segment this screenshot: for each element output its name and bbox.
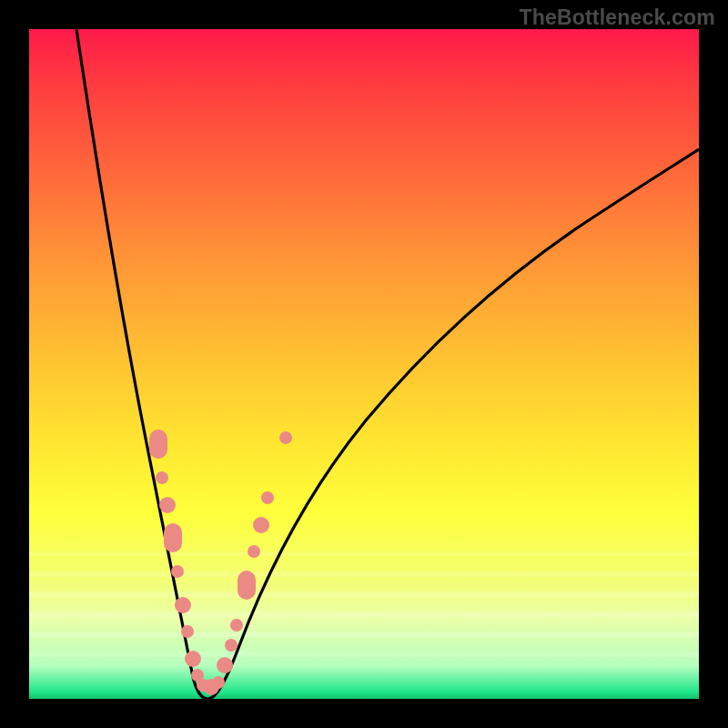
data-point <box>171 565 184 578</box>
watermark-text: TheBottleneck.com <box>519 5 715 30</box>
curve-right <box>207 149 699 699</box>
chart-frame: TheBottleneck.com <box>0 0 728 728</box>
data-point <box>253 517 269 533</box>
data-point <box>185 651 201 667</box>
data-point <box>181 625 194 638</box>
data-point <box>149 430 167 459</box>
data-point <box>217 657 233 673</box>
data-point <box>159 497 176 513</box>
data-point <box>238 571 256 600</box>
data-point <box>225 639 238 652</box>
data-point <box>279 431 292 444</box>
bottleneck-curve-svg <box>29 29 699 699</box>
plot-area <box>29 29 699 699</box>
data-point <box>164 523 182 552</box>
